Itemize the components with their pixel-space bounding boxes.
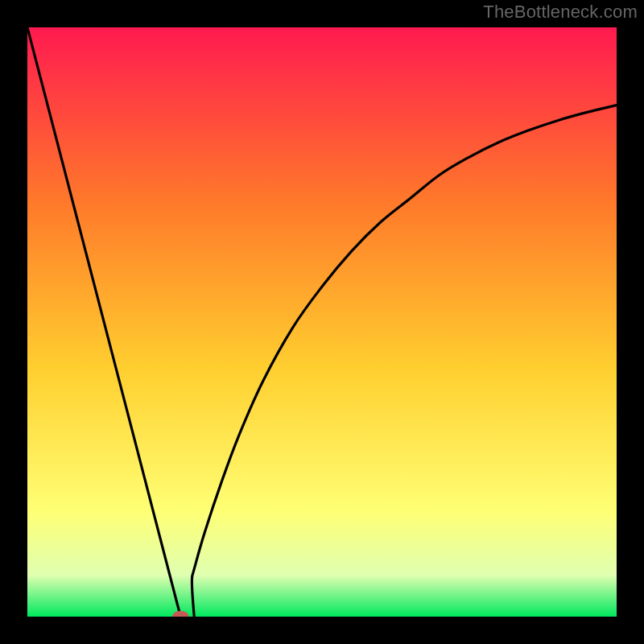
gradient-background xyxy=(27,27,617,617)
plot-area xyxy=(27,27,617,617)
chart-frame: TheBottleneck.com xyxy=(0,0,644,644)
watermark-text: TheBottleneck.com xyxy=(483,2,638,23)
chart-svg xyxy=(27,27,617,617)
